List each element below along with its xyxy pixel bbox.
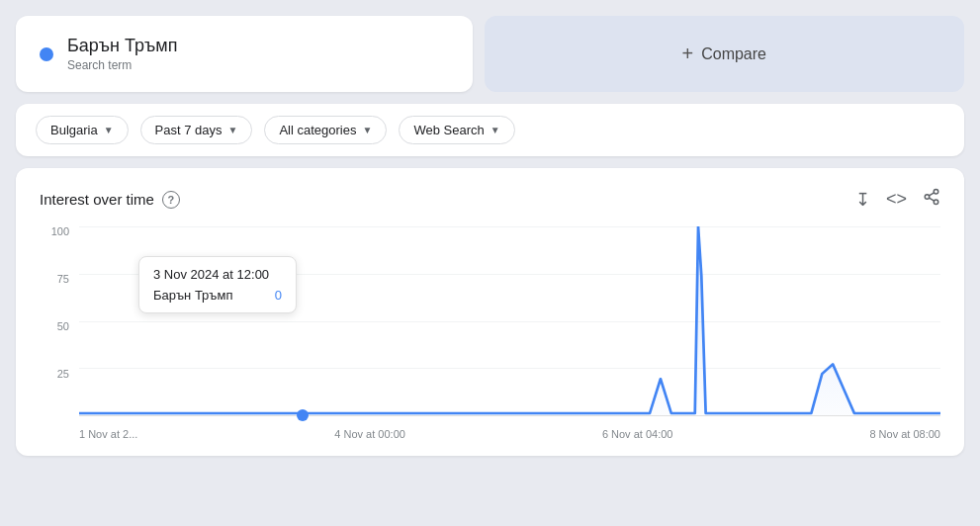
category-filter[interactable]: All categories ▼ [264,116,387,144]
region-filter-label: Bulgaria [50,123,98,137]
compare-card[interactable]: + Compare [485,16,965,92]
chart-card: Interest over time ? ↧ <> 100 75 50 25 [16,168,964,456]
chart-area: 100 75 50 25 [40,226,940,444]
chart-actions: ↧ <> [855,188,940,211]
period-filter-label: Past 7 days [155,123,223,137]
chart-title: Interest over time [40,191,154,208]
term-label: Search term [67,58,177,72]
term-dot [40,47,53,61]
tooltip-value: 0 [275,288,282,303]
compare-label: Compare [701,45,766,63]
chart-svg [79,226,940,415]
x-axis-labels: 1 Nov at 2... 4 Nov at 00:00 6 Nov at 04… [79,428,940,440]
chart-title-area: Interest over time ? [40,191,180,209]
term-name: Барън Тръмп [67,36,177,56]
download-icon[interactable]: ↧ [855,189,870,211]
filters-card: Bulgaria ▼ Past 7 days ▼ All categories … [16,104,964,156]
compare-plus-icon: + [682,43,694,65]
scrubber-dot[interactable] [297,409,309,421]
search-type-filter[interactable]: Web Search ▼ [399,116,514,144]
help-icon[interactable]: ? [162,191,180,209]
period-chevron-icon: ▼ [228,125,238,135]
search-type-chevron-icon: ▼ [490,125,500,135]
x-label-4: 8 Nov at 08:00 [869,428,940,440]
share-icon[interactable] [923,188,940,211]
category-filter-label: All categories [279,123,356,137]
search-term-card: Барън Тръмп Search term [16,16,473,92]
svg-line-3 [929,198,934,201]
tooltip-row: Барън Тръмп 0 [153,288,282,303]
x-label-1: 1 Nov at 2... [79,428,137,440]
y-label-25: 25 [57,369,69,380]
search-type-filter-label: Web Search [413,123,484,137]
region-chevron-icon: ▼ [104,125,114,135]
tooltip-term: Барън Тръмп [153,288,267,303]
tooltip-date: 3 Nov 2024 at 12:00 [153,267,282,282]
y-label-75: 75 [57,274,69,285]
search-term-text: Барън Тръмп Search term [67,36,177,72]
x-label-3: 6 Nov at 04:00 [602,428,673,440]
category-chevron-icon: ▼ [363,125,373,135]
y-axis-labels: 100 75 50 25 [40,226,75,416]
region-filter[interactable]: Bulgaria ▼ [36,116,129,144]
y-label-100: 100 [51,226,69,237]
top-section: Барън Тръмп Search term + Compare [16,16,964,92]
period-filter[interactable]: Past 7 days ▼ [140,116,253,144]
x-label-2: 4 Nov at 00:00 [334,428,405,440]
embed-icon[interactable]: <> [886,189,907,210]
chart-header: Interest over time ? ↧ <> [40,188,940,211]
chart-tooltip: 3 Nov 2024 at 12:00 Барън Тръмп 0 [138,256,297,313]
svg-line-4 [929,193,934,196]
y-label-50: 50 [57,321,69,332]
chart-inner: 3 Nov 2024 at 12:00 Барън Тръмп 0 [79,226,940,416]
